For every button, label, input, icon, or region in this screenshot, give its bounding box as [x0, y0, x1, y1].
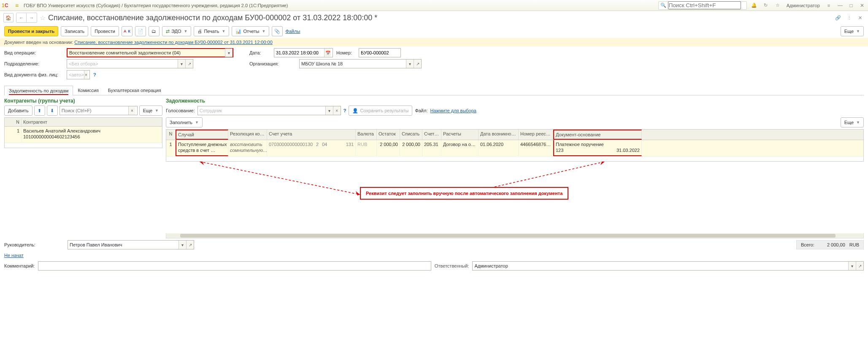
cell-resolution: восстановитьсомнительную… [228, 140, 267, 156]
department-field[interactable]: <Без отбора> ▾ ↗ [67, 59, 193, 68]
move-down-button[interactable]: ⬇ [47, 106, 58, 116]
bell-icon[interactable]: 🔔 [749, 1, 759, 10]
table-row[interactable]: 1 Поступление днежныхсредств в счет … во… [166, 140, 863, 157]
chevron-down-icon[interactable]: ▾ [406, 60, 414, 68]
chevron-down-icon[interactable]: ▾ [225, 49, 233, 57]
col-case[interactable]: Случай [176, 130, 228, 140]
col-account[interactable]: Счет учета [267, 130, 356, 140]
reports-button[interactable]: 📊 Отчеты▼ [232, 26, 269, 36]
clear-icon[interactable]: × [128, 106, 135, 115]
kebab-icon[interactable]: ⋮ [844, 13, 854, 22]
col-calc[interactable]: Расчеты [441, 130, 479, 140]
col-reg[interactable]: Номер реестр… [519, 130, 553, 140]
comment-field[interactable] [38, 261, 431, 271]
help-icon[interactable]: ? [343, 108, 346, 113]
minimize-button[interactable]: — [836, 1, 844, 10]
link-icon[interactable]: 🔗 [833, 13, 843, 22]
chevron-down-icon[interactable]: ▾ [848, 262, 856, 270]
more-right-button[interactable]: Еще▼ [841, 117, 864, 127]
svg-line-2 [200, 162, 360, 195]
nav-back[interactable]: ← [16, 13, 27, 22]
operation-type-field[interactable]: Восстановление сомнительной задолженност… [67, 48, 233, 57]
edo-button[interactable]: ⇄ ЭДО▼ [162, 26, 191, 36]
number-field[interactable] [359, 48, 401, 57]
open-icon[interactable]: ↗ [856, 262, 863, 270]
number-input[interactable] [361, 50, 399, 55]
status-link[interactable]: Не начат [4, 253, 24, 258]
counterparty-code: 1010000000004602123456 [23, 134, 160, 139]
date-input[interactable] [276, 50, 324, 55]
cell-n: 1 [166, 140, 176, 156]
chevron-down-icon[interactable]: ▾ [178, 241, 186, 249]
table-row[interactable]: 1 Васильев Анатолий Александрович 101000… [5, 127, 162, 143]
attach-button[interactable]: 🗂 [149, 26, 160, 36]
star-icon[interactable]: ☆ [773, 1, 782, 10]
open-icon[interactable]: ↗ [186, 241, 194, 249]
open-icon[interactable]: ↗ [185, 60, 193, 68]
history-icon[interactable]: ↻ [761, 1, 771, 10]
col-balance[interactable]: Остаток [377, 130, 400, 140]
chevron-down-icon[interactable]: ▾ [325, 106, 333, 115]
global-search[interactable]: 🔍 [658, 1, 747, 10]
settings-icon[interactable]: ≡ [824, 1, 833, 10]
chevron-down-icon: ▼ [222, 29, 226, 33]
counterparties-search[interactable]: × [59, 106, 138, 115]
clear-icon[interactable]: × [84, 70, 88, 79]
col-account2[interactable]: Счет … [422, 130, 441, 140]
dtkt-button[interactable]: АК [122, 26, 132, 36]
global-search-input[interactable] [668, 1, 741, 9]
chevron-down-icon[interactable]: ▾ [178, 60, 185, 68]
post-and-close-button[interactable]: Провести и закрыть [4, 26, 58, 36]
phys-doc-type-label: Вид документа физ. лиц: [4, 72, 63, 77]
close-window-button[interactable]: ✕ [858, 1, 866, 10]
nav-forward[interactable]: → [27, 13, 37, 22]
number-label: Номер: [336, 50, 355, 55]
col-n[interactable]: N [5, 118, 22, 126]
col-counterparty[interactable]: Контрагент [22, 118, 162, 126]
organization-field[interactable]: МБОУ Школа № 18 ▾ ↗ [299, 59, 422, 68]
more-button[interactable]: Еще▼ [841, 26, 864, 36]
col-resolution[interactable]: Резолюция ком… [228, 130, 267, 140]
responsible-value: Администратор [474, 263, 848, 268]
post-button[interactable]: Провести [91, 26, 119, 36]
open-icon[interactable]: ↗ [414, 60, 421, 68]
move-up-button[interactable]: ⬆ [34, 106, 45, 116]
clip-button[interactable]: 📎 [272, 26, 283, 36]
add-button[interactable]: Добавить [4, 106, 32, 116]
col-write[interactable]: Списать [400, 130, 422, 140]
horizontal-scrollbar[interactable] [166, 233, 864, 238]
menu-icon[interactable]: ≡ [13, 1, 21, 10]
user-label[interactable]: Администратор [785, 3, 822, 8]
tab-accounting-op[interactable]: Бухгалтерская операция [103, 85, 166, 95]
print-form-button[interactable]: 📄 [135, 26, 146, 36]
basis-link[interactable]: Списание, восстановление задолженности п… [74, 40, 273, 45]
file-choose-link[interactable]: Нажмите для выбора [430, 108, 476, 113]
cell-case: Поступление днежныхсредств в счет … [176, 140, 228, 156]
col-n[interactable]: N [166, 130, 176, 140]
tab-debt[interactable]: Задолженность по доходам [4, 86, 73, 95]
col-currency[interactable]: Валюта [356, 130, 377, 140]
fill-button[interactable]: Заполнить▼ [166, 117, 203, 127]
counterparties-search-input[interactable] [62, 108, 129, 113]
date-field[interactable]: 📅 [274, 48, 333, 57]
employee-field[interactable]: Сотрудник ▾ × [197, 106, 341, 115]
save-results-button[interactable]: 👤 Сохранить результаты [349, 106, 412, 116]
write-button[interactable]: Записать [61, 26, 88, 36]
print-button[interactable]: 🖨 Печать▼ [194, 26, 229, 36]
clear-icon[interactable]: × [333, 106, 341, 115]
tab-commission[interactable]: Комиссия [73, 85, 103, 95]
files-link[interactable]: Файлы [285, 29, 300, 34]
maximize-button[interactable]: □ [847, 1, 855, 10]
home-button[interactable]: 🏠 [3, 13, 14, 22]
head-field[interactable]: Петров Павел Иванович ▾ ↗ [68, 240, 194, 249]
comment-input[interactable] [40, 263, 429, 268]
calendar-icon[interactable]: 📅 [324, 49, 331, 57]
phys-doc-type-field[interactable]: <авто> × [67, 70, 90, 79]
responsible-field[interactable]: Администратор ▾ ↗ [472, 261, 864, 271]
more-left-button[interactable]: Еще▼ [139, 106, 162, 116]
close-tab-button[interactable]: ✕ [855, 13, 865, 22]
col-doc-basis[interactable]: Документ-основание [553, 130, 642, 140]
help-icon[interactable]: ? [93, 72, 96, 77]
col-date[interactable]: Дата возникнове… [479, 130, 519, 140]
favorite-star-icon[interactable]: ☆ [40, 14, 46, 22]
